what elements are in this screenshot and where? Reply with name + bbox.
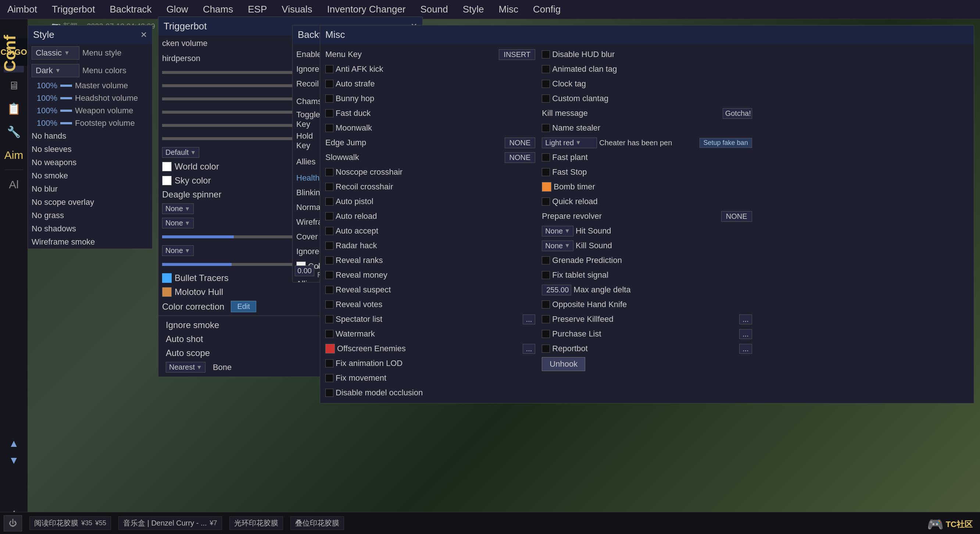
menu-sound[interactable]: Sound xyxy=(420,4,448,15)
sky-color-swatch[interactable] xyxy=(162,176,172,185)
radar-hack-checkbox[interactable] xyxy=(325,242,333,250)
power-taskbar-icon[interactable]: ⏻ xyxy=(4,515,22,531)
aspect-ratio-input[interactable]: 0.00 xyxy=(295,266,314,276)
auto-pistol-checkbox[interactable] xyxy=(325,198,333,206)
bone-select[interactable]: Nearest ▼ xyxy=(166,362,205,373)
watermark-checkbox[interactable] xyxy=(325,330,333,338)
quick-reload-checkbox[interactable] xyxy=(542,198,550,206)
offscreen-enemies-swatch[interactable] xyxy=(325,344,335,354)
menu-misc[interactable]: Misc xyxy=(499,4,518,15)
screen-effect-select[interactable]: None ▼ xyxy=(162,203,194,214)
disable-hud-label: Disable HUD blur xyxy=(552,49,752,59)
menu-config[interactable]: Config xyxy=(533,4,561,15)
max-angle-input[interactable]: 255.00 xyxy=(542,285,571,295)
fast-stop-checkbox[interactable] xyxy=(542,168,550,176)
color-correction-edit-button[interactable]: Edit xyxy=(231,301,256,312)
purchase-list-dots[interactable]: ... xyxy=(739,329,752,339)
light-red-select[interactable]: Light red ▼ xyxy=(542,137,597,148)
sidebar-icon-screen[interactable]: 🖥 xyxy=(4,75,24,96)
misc-spectator-list-row: Spectator list ... xyxy=(324,312,537,327)
opp-hand-checkbox[interactable] xyxy=(542,300,550,309)
sidebar-icon-al[interactable]: Al xyxy=(4,174,24,194)
taskbar-item-1[interactable]: 阅读印花胶膜 ¥35 ¥55 xyxy=(29,516,111,530)
unhook-button[interactable]: Unhook xyxy=(542,357,585,371)
bunny-hop-checkbox[interactable] xyxy=(325,94,333,103)
moonwalk-checkbox[interactable] xyxy=(325,124,333,132)
master-volume-slider[interactable] xyxy=(60,84,72,87)
sidebar-icon-tool[interactable]: 🔧 xyxy=(4,122,24,142)
noscope-checkbox[interactable] xyxy=(325,168,333,176)
auto-accept-checkbox[interactable] xyxy=(325,227,333,235)
reveal-suspect-checkbox[interactable] xyxy=(325,286,333,294)
kill-sound-select[interactable]: None ▼ xyxy=(542,241,573,251)
auto-reload-checkbox[interactable] xyxy=(325,212,333,220)
misc-fix-anim-row: Fix animation LOD xyxy=(324,356,537,371)
taskbar-item-2[interactable]: 音乐盒 | Denzel Curry - ... ¥7 xyxy=(118,516,222,530)
world-color-swatch[interactable] xyxy=(162,162,172,171)
edge-jump-key[interactable]: NONE xyxy=(505,137,536,148)
menu-glow[interactable]: Glow xyxy=(167,4,188,15)
menu-backtrack[interactable]: Backtrack xyxy=(110,4,151,15)
reveal-money-checkbox[interactable] xyxy=(325,271,333,279)
bullet-tracers-swatch[interactable] xyxy=(162,273,172,283)
reveal-votes-checkbox[interactable] xyxy=(325,300,333,309)
scroll-up[interactable]: ▲ xyxy=(7,436,21,451)
name-stealer-checkbox[interactable] xyxy=(542,124,550,132)
misc-menu-key-btn[interactable]: INSERT xyxy=(499,49,535,60)
slowwalk-key[interactable]: NONE xyxy=(505,152,536,163)
spectator-list-checkbox[interactable] xyxy=(325,315,333,323)
scroll-down[interactable]: ▼ xyxy=(7,453,21,468)
anim-clan-checkbox[interactable] xyxy=(542,65,550,73)
recoil-crosshair-checkbox[interactable] xyxy=(325,183,333,191)
prepare-revolver-key[interactable]: NONE xyxy=(721,211,752,222)
menu-style[interactable]: Style xyxy=(463,4,484,15)
menu-visuals[interactable]: Visuals xyxy=(282,4,312,15)
reportbot-dots[interactable]: ... xyxy=(739,344,752,354)
taskbar-label-1: 阅读印花胶膜 xyxy=(34,518,78,528)
preserve-killfeed-checkbox[interactable] xyxy=(542,315,550,323)
molotov-hull-swatch[interactable] xyxy=(162,287,172,297)
disable-model-checkbox[interactable] xyxy=(325,389,333,397)
bomb-timer-swatch[interactable] xyxy=(542,182,551,191)
taskbar-item-4[interactable]: 叠位印花胶膜 xyxy=(290,516,344,530)
menu-chams[interactable]: Chams xyxy=(203,4,233,15)
skybox-select[interactable]: Default ▼ xyxy=(162,147,199,158)
grenade-pred-checkbox[interactable] xyxy=(542,256,550,265)
headshot-volume-slider[interactable] xyxy=(60,97,72,99)
fast-duck-checkbox[interactable] xyxy=(325,109,333,117)
colors-dropdown[interactable]: Dark ▼ xyxy=(32,64,80,77)
preserve-killfeed-dots[interactable]: ... xyxy=(739,314,752,324)
hit-sound-select[interactable]: None ▼ xyxy=(542,226,573,236)
setup-fake-ban-button[interactable]: Setup fake ban xyxy=(700,138,752,148)
style-dropdown[interactable]: Classic ▼ xyxy=(32,46,80,60)
sidebar-icon-aimbot[interactable]: Aim xyxy=(4,145,24,165)
taskbar-item-3[interactable]: 光环印花胶膜 xyxy=(229,516,283,530)
disable-hud-checkbox[interactable] xyxy=(542,50,550,59)
menu-inventory[interactable]: Inventory Changer xyxy=(327,4,406,15)
fix-tablet-checkbox[interactable] xyxy=(542,271,550,279)
menu-esp[interactable]: ESP xyxy=(248,4,267,15)
hit-marker-select[interactable]: None ▼ xyxy=(162,245,194,256)
custom-clantag-checkbox[interactable] xyxy=(542,94,550,103)
bt-chams-row: Chams xyxy=(295,94,323,109)
purchase-list-checkbox[interactable] xyxy=(542,330,550,338)
fast-plant-checkbox[interactable] xyxy=(542,153,550,161)
weapon-volume-slider[interactable] xyxy=(60,110,72,112)
footstep-volume-slider[interactable] xyxy=(60,122,72,124)
offscreen-enemies-dots[interactable]: ... xyxy=(523,344,536,354)
kill-msg-input[interactable]: Gotcha! xyxy=(723,108,752,119)
fix-anim-checkbox[interactable] xyxy=(325,359,333,367)
sidebar-icon-list[interactable]: 📋 xyxy=(4,99,24,119)
reportbot-checkbox[interactable] xyxy=(542,344,550,353)
reveal-ranks-checkbox[interactable] xyxy=(325,256,333,265)
anti-afk-checkbox[interactable] xyxy=(325,65,333,73)
menu-triggerbot[interactable]: Triggerbot xyxy=(52,4,95,15)
footstep-volume-label: Footstep volume xyxy=(75,118,148,128)
clock-tag-checkbox[interactable] xyxy=(542,80,550,88)
menu-aimbot[interactable]: Aimbot xyxy=(7,4,37,15)
auto-strafe-checkbox[interactable] xyxy=(325,80,333,88)
fix-movement-checkbox[interactable] xyxy=(325,374,333,382)
spectator-list-dots[interactable]: ... xyxy=(523,314,536,324)
style-close-button[interactable]: ✕ xyxy=(140,30,147,40)
hit-effect-select[interactable]: None ▼ xyxy=(162,218,194,228)
